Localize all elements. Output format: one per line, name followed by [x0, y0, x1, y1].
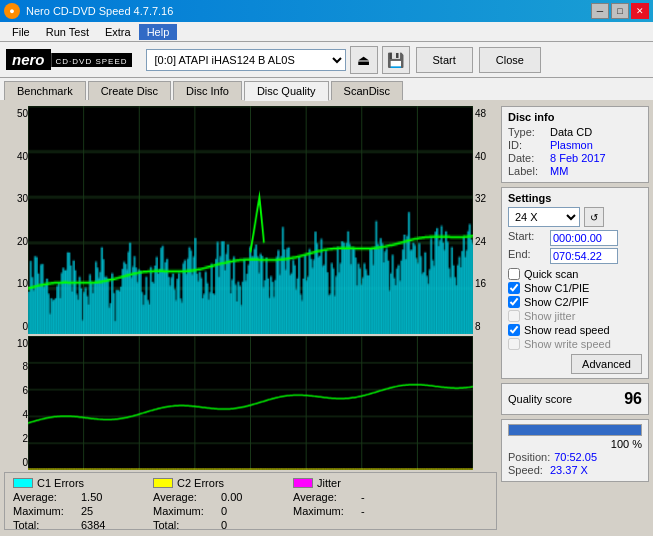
quality-section: Quality score 96	[501, 383, 649, 415]
c1-total-val: 6384	[81, 519, 121, 531]
drive-combo[interactable]: [0:0] ATAPI iHAS124 B AL0S	[146, 49, 346, 71]
close-button[interactable]: ✕	[631, 3, 649, 19]
legend-c1: C1 Errors Average: 1.50 Maximum: 25 Tota…	[13, 477, 121, 531]
title-bar: ● Nero CD-DVD Speed 4.7.7.16 ─ □ ✕	[0, 0, 653, 22]
disc-info-section: Disc info Type: Data CD ID: Plasmon Date…	[501, 106, 649, 183]
y2-label-10: 10	[4, 338, 28, 349]
type-val: Data CD	[550, 126, 592, 138]
progress-bar-inner	[509, 425, 641, 435]
y-label-10: 10	[4, 278, 28, 289]
speed-label: Speed:	[508, 464, 546, 476]
y-right-16: 16	[475, 278, 497, 289]
end-time-input[interactable]	[550, 248, 618, 264]
c1-avg-val: 1.50	[81, 491, 121, 503]
advanced-button[interactable]: Advanced	[571, 354, 642, 374]
disc-info-title: Disc info	[508, 111, 642, 123]
settings-section: Settings 24 X ↺ Start: End: Quick scan	[501, 187, 649, 379]
c1-color-box	[13, 478, 33, 488]
start-button[interactable]: Start	[416, 47, 473, 73]
show-c1pie-label: Show C1/PIE	[524, 282, 589, 294]
progress-percent: 100 %	[611, 438, 642, 450]
window-title: Nero CD-DVD Speed 4.7.7.16	[26, 5, 173, 17]
show-jitter-label: Show jitter	[524, 310, 575, 322]
y-right-40: 40	[475, 151, 497, 162]
y2-label-6: 6	[4, 385, 28, 396]
speed-val: 23.37 X	[550, 464, 588, 476]
show-c2pif-checkbox[interactable]	[508, 296, 520, 308]
date-val: 8 Feb 2017	[550, 152, 606, 164]
minimize-button[interactable]: ─	[591, 3, 609, 19]
bottom-chart	[28, 336, 473, 470]
tab-create-disc[interactable]: Create Disc	[88, 81, 171, 100]
speed-row: 24 X ↺	[508, 207, 642, 227]
speed-combo[interactable]: 24 X	[508, 207, 580, 227]
show-read-checkbox[interactable]	[508, 324, 520, 336]
disc-label-val: MM	[550, 165, 568, 177]
write-speed-row: Show write speed	[508, 338, 642, 350]
id-val: Plasmon	[550, 139, 593, 151]
show-c1pie-checkbox[interactable]	[508, 282, 520, 294]
jitter-title: Jitter	[317, 477, 341, 489]
menu-file[interactable]: File	[4, 24, 38, 40]
legend-c2: C2 Errors Average: 0.00 Maximum: 0 Total…	[153, 477, 261, 531]
progress-bar-outer	[508, 424, 642, 436]
settings-title: Settings	[508, 192, 642, 204]
y-right-32: 32	[475, 193, 497, 204]
y-label-50: 50	[4, 108, 28, 119]
jitter-max-val: -	[361, 505, 401, 517]
show-write-label: Show write speed	[524, 338, 611, 350]
tab-bar: Benchmark Create Disc Disc Info Disc Qua…	[0, 78, 653, 102]
y-right-8: 8	[475, 321, 497, 332]
show-write-checkbox[interactable]	[508, 338, 520, 350]
c2-total-label: Total:	[153, 519, 213, 531]
close-app-button[interactable]: Close	[479, 47, 541, 73]
main-content: 50 40 30 20 10 0 48 40 32 24 16 8 10 8	[0, 102, 653, 534]
app-icon: ●	[4, 3, 20, 19]
show-c2pif-label: Show C2/PIF	[524, 296, 589, 308]
y-label-40: 40	[4, 151, 28, 162]
y2-label-2: 2	[4, 433, 28, 444]
c2-avg-val: 0.00	[221, 491, 261, 503]
end-label: End:	[508, 248, 546, 264]
quality-label: Quality score	[508, 393, 572, 405]
jitter-avg-val: -	[361, 491, 401, 503]
tab-disc-info[interactable]: Disc Info	[173, 81, 242, 100]
y2-label-4: 4	[4, 409, 28, 420]
y2-label-0: 0	[4, 457, 28, 468]
c1-avg-label: Average:	[13, 491, 73, 503]
c2-max-label: Maximum:	[153, 505, 213, 517]
position-val: 70:52.05	[554, 451, 597, 463]
legend-bar: C1 Errors Average: 1.50 Maximum: 25 Tota…	[4, 472, 497, 530]
maximize-button[interactable]: □	[611, 3, 629, 19]
show-read-label: Show read speed	[524, 324, 610, 336]
progress-section: 100 % Position: 70:52.05 Speed: 23.37 X	[501, 419, 649, 482]
legend-jitter: Jitter Average: - Maximum: -	[293, 477, 401, 517]
y-label-0: 0	[4, 321, 28, 332]
type-label: Type:	[508, 126, 546, 138]
c2-max-val: 0	[221, 505, 261, 517]
tab-benchmark[interactable]: Benchmark	[4, 81, 86, 100]
refresh-button[interactable]: ↺	[584, 207, 604, 227]
drive-selector: [0:0] ATAPI iHAS124 B AL0S ⏏ 💾	[146, 46, 410, 74]
menu-run-test[interactable]: Run Test	[38, 24, 97, 40]
menu-help[interactable]: Help	[139, 24, 178, 40]
y2-label-8: 8	[4, 361, 28, 372]
y-label-30: 30	[4, 193, 28, 204]
right-panel: Disc info Type: Data CD ID: Plasmon Date…	[501, 106, 649, 530]
tab-scan-disc[interactable]: ScanDisc	[331, 81, 403, 100]
read-speed-row: Show read speed	[508, 324, 642, 336]
disc-label-label: Label:	[508, 165, 546, 177]
show-jitter-checkbox[interactable]	[508, 310, 520, 322]
drive-save-button[interactable]: 💾	[382, 46, 410, 74]
quality-score: 96	[624, 390, 642, 408]
drive-eject-button[interactable]: ⏏	[350, 46, 378, 74]
top-chart	[28, 106, 473, 334]
logo-nero: nero	[12, 51, 45, 68]
jitter-row: Show jitter	[508, 310, 642, 322]
date-label: Date:	[508, 152, 546, 164]
start-time-input[interactable]	[550, 230, 618, 246]
menu-extra[interactable]: Extra	[97, 24, 139, 40]
c1pie-row: Show C1/PIE	[508, 282, 642, 294]
tab-disc-quality[interactable]: Disc Quality	[244, 81, 329, 101]
quick-scan-checkbox[interactable]	[508, 268, 520, 280]
